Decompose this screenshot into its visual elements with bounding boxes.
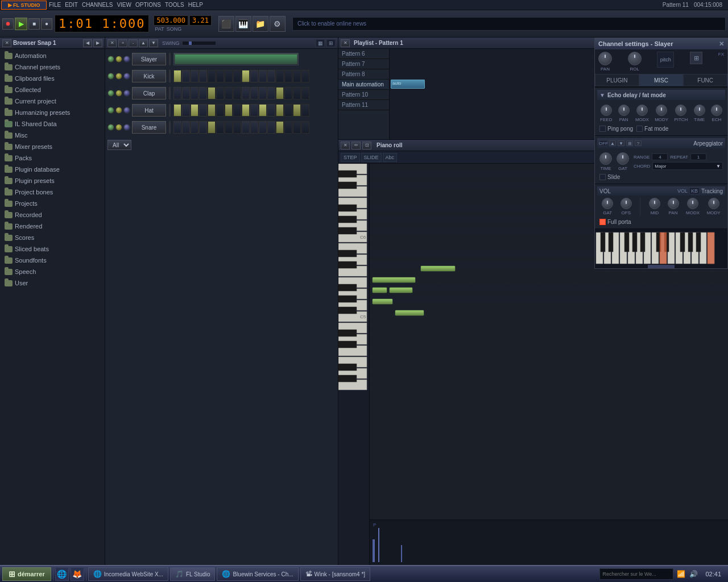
taskbar-item-wink[interactable]: 📽 Wink - [sansnom4 *] bbox=[300, 567, 370, 581]
step-kick-15[interactable] bbox=[293, 70, 301, 82]
browser-item-channel-presets[interactable]: Channel presets bbox=[0, 61, 105, 73]
step-clap-12[interactable] bbox=[267, 87, 275, 99]
step-snare-1[interactable] bbox=[173, 121, 181, 134]
tool-browser[interactable]: 📁 bbox=[253, 16, 268, 32]
step-hat-16[interactable] bbox=[301, 104, 309, 117]
step-kick-10[interactable] bbox=[250, 70, 258, 82]
ch-mute-clap[interactable] bbox=[107, 90, 114, 97]
step-hat-1[interactable] bbox=[173, 104, 181, 117]
seq-del-btn[interactable]: - bbox=[129, 39, 138, 47]
ch-mute-snare[interactable] bbox=[107, 124, 114, 131]
step-count-btn2[interactable]: ⊞ bbox=[326, 39, 336, 47]
echo-collapse-btn[interactable]: ▼ bbox=[599, 92, 605, 98]
record-btn[interactable]: ⏺ bbox=[2, 18, 14, 30]
seq-down-btn[interactable]: ▼ bbox=[149, 39, 158, 47]
step-snare-7[interactable] bbox=[225, 121, 233, 134]
taskbar-item-fl-studio[interactable]: 🎵 FL Studio bbox=[170, 567, 215, 581]
arp-gat-knob[interactable]: GAT bbox=[617, 152, 629, 171]
taskbar-item-incomedia[interactable]: 🌐 Incomedia WebSite X... bbox=[88, 567, 168, 581]
track-modx-knob[interactable]: MODX bbox=[686, 198, 700, 215]
piano-roll-pencil-btn[interactable]: ✏ bbox=[351, 142, 361, 149]
menu-file[interactable]: FILE bbox=[47, 1, 63, 9]
echo-mody-knob[interactable]: MODY bbox=[655, 105, 668, 122]
track-mody-knob[interactable]: MODY bbox=[707, 198, 721, 215]
browser-item-packs[interactable]: Packs bbox=[0, 152, 105, 164]
step-kick-9[interactable] bbox=[242, 70, 250, 82]
channel-name-clap[interactable]: Clap bbox=[132, 87, 166, 99]
ch-vol-knob-kick[interactable] bbox=[169, 70, 171, 82]
menu-view[interactable]: VIEW bbox=[115, 1, 133, 9]
step-hat-11[interactable] bbox=[259, 104, 267, 117]
step-clap-16[interactable] bbox=[301, 87, 309, 99]
piano-roll-select-btn[interactable]: ⊡ bbox=[362, 142, 371, 149]
step-kick-2[interactable] bbox=[182, 70, 190, 82]
step-count-btn[interactable]: ▦ bbox=[316, 39, 325, 47]
step-kick-4[interactable] bbox=[199, 70, 207, 82]
step-clap-2[interactable] bbox=[182, 87, 190, 99]
menu-edit[interactable]: EDIT bbox=[63, 1, 80, 9]
ch-solo-hat[interactable] bbox=[115, 107, 122, 114]
step-snare-11[interactable] bbox=[259, 121, 267, 134]
step-hat-10[interactable] bbox=[250, 104, 258, 117]
step-snare-6[interactable] bbox=[216, 121, 224, 134]
arp-time-knob[interactable]: TIME bbox=[599, 152, 612, 171]
full-porta-checkbox[interactable]: Full porta bbox=[599, 219, 631, 225]
browser-item-projects[interactable]: Projects bbox=[0, 198, 105, 209]
step-snare-2[interactable] bbox=[182, 121, 190, 134]
pattern-label-main-auto[interactable]: Main automation bbox=[338, 80, 389, 90]
step-clap-6[interactable] bbox=[216, 87, 224, 99]
ch-roll-knob[interactable]: ROL bbox=[628, 52, 642, 72]
ch-tab-plugin[interactable]: PLUGIN bbox=[595, 74, 639, 86]
browser-item-collected[interactable]: Collected bbox=[0, 84, 105, 95]
ch-fx-hat[interactable] bbox=[123, 107, 130, 114]
step-hat-3[interactable] bbox=[191, 104, 198, 117]
playlist-block-auto[interactable]: auto bbox=[391, 80, 425, 89]
pattern-label-7[interactable]: Pattern 7 bbox=[338, 59, 389, 69]
keyboard-scrollbar[interactable] bbox=[595, 265, 727, 268]
ch-fx-clap[interactable] bbox=[123, 90, 130, 97]
step-hat-2[interactable] bbox=[182, 104, 190, 117]
arp-down-btn[interactable]: ▼ bbox=[618, 140, 624, 146]
tempo-display[interactable]: 503.000 bbox=[154, 15, 188, 26]
step-clap-3[interactable] bbox=[191, 87, 198, 99]
step-clap-1[interactable] bbox=[173, 87, 181, 99]
step-snare-10[interactable] bbox=[250, 121, 258, 134]
pattern-label-10[interactable]: Pattern 10 bbox=[338, 90, 389, 100]
browser-item-sliced-beats[interactable]: Sliced beats bbox=[0, 243, 105, 255]
ch-mute-kick[interactable] bbox=[107, 73, 114, 80]
taskbar-item-bluewin[interactable]: 🌐 Bluewin Services - Ch... bbox=[217, 567, 298, 581]
taskbar-ff-icon[interactable]: 🦊 bbox=[71, 567, 84, 581]
step-kick-13[interactable] bbox=[276, 70, 284, 82]
start-button[interactable]: ⊞ démarrer bbox=[2, 567, 51, 581]
step-snare-12[interactable] bbox=[267, 121, 275, 134]
step-snare-14[interactable] bbox=[284, 121, 292, 134]
taskbar-browser-icon[interactable]: 🌐 bbox=[55, 567, 69, 581]
browser-nav-btn2[interactable]: ▶ bbox=[93, 39, 102, 47]
stop-btn[interactable]: ■ bbox=[28, 18, 40, 30]
seq-add-btn[interactable]: + bbox=[118, 39, 127, 47]
echo-feed-knob[interactable]: FEED bbox=[600, 105, 612, 122]
tool-piano[interactable]: 🎹 bbox=[235, 16, 251, 32]
record-step-btn[interactable]: ● bbox=[41, 18, 52, 30]
arp-repeat-display[interactable]: 1 bbox=[690, 153, 706, 160]
arp-up-btn[interactable]: ▲ bbox=[609, 140, 616, 146]
browser-item-soundfonts[interactable]: Soundfonts bbox=[0, 255, 105, 266]
browser-nav-btn[interactable]: ◀ bbox=[83, 39, 92, 47]
fat-mode-checkbox[interactable]: Fat mode bbox=[636, 126, 668, 132]
ch-mute-hat[interactable] bbox=[107, 107, 114, 114]
browser-item-rendered[interactable]: Rendered bbox=[0, 221, 105, 232]
step-hat-15[interactable] bbox=[293, 104, 301, 117]
browser-item-automation[interactable]: Automation bbox=[0, 50, 105, 61]
ch-vol-knob-clap[interactable] bbox=[169, 87, 171, 99]
ch-fx-snare[interactable] bbox=[123, 124, 130, 131]
step-kick-14[interactable] bbox=[284, 70, 292, 82]
menu-channels[interactable]: CHANNELS bbox=[80, 1, 114, 9]
step-clap-9[interactable] bbox=[242, 87, 250, 99]
browser-item-clipboard[interactable]: Clipboard files bbox=[0, 73, 105, 84]
step-clap-11[interactable] bbox=[259, 87, 267, 99]
step-clap-10[interactable] bbox=[250, 87, 258, 99]
arp-chord-select[interactable]: Major ▼ bbox=[652, 162, 723, 170]
tool-mixer[interactable]: ⬛ bbox=[218, 16, 234, 32]
menu-options[interactable]: OPTIONS bbox=[134, 1, 163, 9]
browser-item-project-bones[interactable]: Project bones bbox=[0, 186, 105, 198]
